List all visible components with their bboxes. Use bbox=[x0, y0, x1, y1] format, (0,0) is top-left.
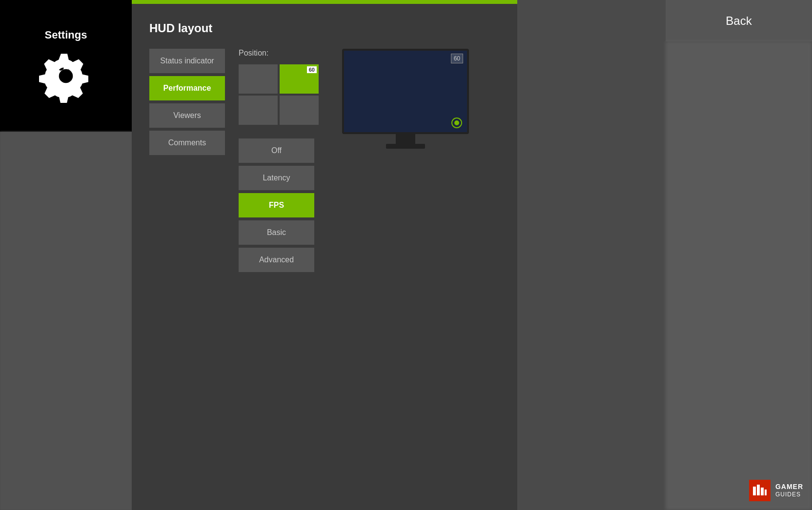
back-button-area[interactable]: Back bbox=[666, 0, 812, 41]
gear-icon bbox=[39, 49, 93, 103]
mode-off[interactable]: Off bbox=[239, 138, 314, 163]
gamer-guides-sub: GUIDES bbox=[775, 491, 803, 498]
nav-performance[interactable]: Performance bbox=[149, 76, 225, 100]
nav-button-group: Status indicator Performance Viewers Com… bbox=[149, 49, 225, 155]
left-background bbox=[0, 132, 132, 510]
position-cell-top-right[interactable]: 60 bbox=[280, 64, 319, 94]
monitor-preview: 60 bbox=[342, 49, 469, 149]
gamer-guides-text: GAMER GUIDES bbox=[775, 483, 803, 498]
sidebar-title: Settings bbox=[45, 29, 87, 41]
mode-advanced[interactable]: Advanced bbox=[239, 248, 314, 272]
mode-fps[interactable]: FPS bbox=[239, 193, 314, 217]
position-cell-bottom-right[interactable] bbox=[280, 96, 319, 125]
mode-button-group: Off Latency FPS Basic Advanced bbox=[239, 138, 314, 272]
monitor-stand bbox=[396, 134, 415, 144]
position-grid: 60 bbox=[239, 64, 319, 125]
settings-sidebar: Settings bbox=[0, 0, 132, 132]
svg-rect-4 bbox=[765, 490, 767, 495]
gamer-guides-brand: GAMER bbox=[775, 483, 803, 491]
monitor-screen: 60 bbox=[342, 49, 469, 134]
svg-rect-2 bbox=[757, 485, 760, 495]
nav-comments[interactable]: Comments bbox=[149, 131, 225, 155]
back-button[interactable]: Back bbox=[726, 14, 751, 28]
nav-status-indicator[interactable]: Status indicator bbox=[149, 49, 225, 73]
gamer-guides-watermark: GAMER GUIDES bbox=[749, 480, 803, 501]
gamer-guides-logo bbox=[749, 480, 771, 501]
nav-viewers[interactable]: Viewers bbox=[149, 103, 225, 128]
mode-latency[interactable]: Latency bbox=[239, 166, 314, 190]
top-accent-bar bbox=[132, 0, 517, 4]
position-cell-top-left[interactable] bbox=[239, 64, 278, 94]
mode-basic[interactable]: Basic bbox=[239, 220, 314, 245]
monitor-base bbox=[386, 144, 425, 149]
position-badge: 60 bbox=[307, 66, 317, 73]
position-section: Position: 60 Off Latency FPS Basic Advan… bbox=[239, 49, 319, 272]
main-panel: HUD layout Status indicator Performance … bbox=[132, 4, 517, 510]
monitor-indicator bbox=[451, 118, 462, 128]
svg-rect-3 bbox=[761, 488, 764, 495]
monitor-fps-badge: 60 bbox=[451, 54, 463, 63]
monitor-indicator-dot bbox=[454, 120, 459, 125]
hud-content: Status indicator Performance Viewers Com… bbox=[149, 49, 500, 272]
svg-point-0 bbox=[59, 69, 73, 83]
right-background bbox=[666, 41, 812, 510]
page-title: HUD layout bbox=[149, 21, 500, 35]
position-cell-bottom-left[interactable] bbox=[239, 96, 278, 125]
position-label: Position: bbox=[239, 49, 319, 58]
svg-rect-1 bbox=[753, 487, 756, 495]
gamer-guides-logo-icon bbox=[752, 483, 768, 498]
